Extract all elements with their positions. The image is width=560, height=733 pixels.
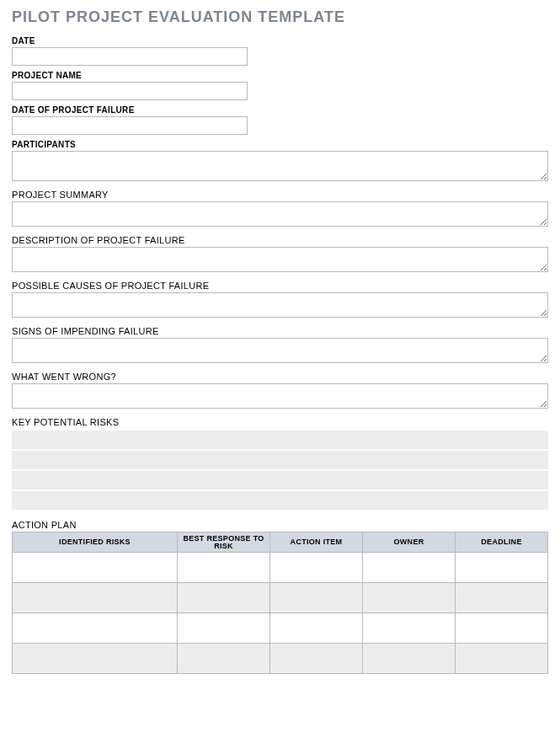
date-label: DATE: [12, 36, 548, 45]
what-went-wrong-input[interactable]: [12, 383, 548, 409]
action-plan-row[interactable]: [13, 644, 548, 674]
key-risk-row[interactable]: [12, 430, 548, 450]
action-plan-row[interactable]: [13, 553, 548, 583]
participants-input[interactable]: [12, 151, 548, 181]
ap-header-owner: OWNER: [363, 532, 456, 553]
participants-label: PARTICIPANTS: [12, 140, 548, 149]
action-plan-row[interactable]: [13, 613, 548, 644]
ap-header-deadline: DEADLINE: [456, 532, 548, 553]
date-input[interactable]: [12, 47, 248, 66]
description-failure-label: DESCRIPTION OF PROJECT FAILURE: [12, 235, 548, 245]
possible-causes-input[interactable]: [12, 292, 548, 318]
project-summary-label: PROJECT SUMMARY: [12, 190, 548, 200]
project-name-input[interactable]: [12, 82, 248, 100]
key-risks-label: KEY POTENTIAL RISKS: [12, 417, 548, 427]
project-summary-input[interactable]: [12, 201, 548, 227]
ap-header-best-response: BEST RESPONSE TO RISK: [178, 532, 270, 553]
ap-header-identified-risks: IDENTIFIED RISKS: [13, 532, 178, 553]
date-of-failure-input[interactable]: [12, 116, 248, 135]
key-risks-table: [12, 429, 548, 511]
action-plan-table: IDENTIFIED RISKS BEST RESPONSE TO RISK A…: [12, 532, 548, 674]
action-plan-label: ACTION PLAN: [12, 520, 548, 530]
page-title: PILOT PROJECT EVALUATION TEMPLATE: [12, 8, 548, 26]
ap-header-action-item: ACTION ITEM: [270, 532, 363, 553]
project-name-label: PROJECT NAME: [12, 71, 548, 80]
key-risk-row[interactable]: [12, 470, 548, 490]
key-risk-row[interactable]: [12, 490, 548, 511]
description-failure-input[interactable]: [12, 247, 548, 272]
date-of-failure-label: DATE OF PROJECT FAILURE: [12, 105, 548, 115]
signs-impending-input[interactable]: [12, 338, 548, 363]
signs-impending-label: SIGNS OF IMPENDING FAILURE: [12, 326, 548, 336]
key-risk-row[interactable]: [12, 450, 548, 470]
possible-causes-label: POSSIBLE CAUSES OF PROJECT FAILURE: [12, 281, 548, 291]
action-plan-row[interactable]: [13, 583, 548, 613]
what-went-wrong-label: WHAT WENT WRONG?: [12, 372, 548, 382]
